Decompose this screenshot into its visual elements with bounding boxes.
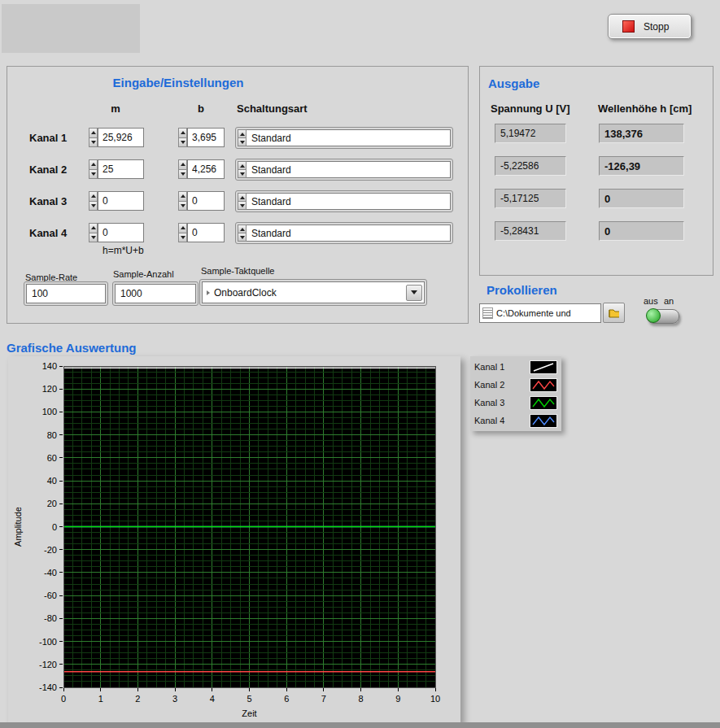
svg-text:120: 120 bbox=[42, 384, 57, 394]
svg-text:-80: -80 bbox=[44, 613, 57, 623]
decrement-button[interactable] bbox=[89, 201, 98, 211]
arrow-down-icon bbox=[240, 204, 245, 207]
svg-text:60: 60 bbox=[47, 453, 57, 463]
decrement-button[interactable] bbox=[238, 201, 247, 210]
decrement-button[interactable] bbox=[89, 137, 98, 148]
increment-button[interactable] bbox=[178, 128, 187, 137]
legend-line-sample[interactable] bbox=[530, 396, 557, 410]
arrow-down-icon bbox=[240, 172, 245, 176]
input-panel-title: Eingabe/Einstellungen bbox=[7, 76, 349, 89]
sample-clock-label: Sample-Taktquelle bbox=[201, 266, 275, 276]
legend-item-kanal-1[interactable]: Kanal 1 bbox=[470, 358, 561, 376]
increment-button[interactable] bbox=[178, 159, 187, 169]
arrow-down-icon bbox=[181, 236, 185, 239]
legend-item-kanal-4[interactable]: Kanal 4 bbox=[470, 412, 561, 429]
decrement-button[interactable] bbox=[178, 137, 187, 148]
dropdown-button[interactable] bbox=[406, 285, 422, 301]
sample-clock-value[interactable]: OnboardClock bbox=[214, 287, 406, 299]
channel-row-4: Kanal 4 0 0 Standard bbox=[7, 222, 468, 244]
arrow-up-icon bbox=[181, 163, 185, 166]
m-value-field[interactable]: 25,926 bbox=[98, 128, 144, 147]
legend-item-kanal-3[interactable]: Kanal 3 bbox=[470, 394, 561, 412]
m-value-field[interactable]: 0 bbox=[98, 223, 144, 242]
arrow-down-icon bbox=[181, 204, 185, 207]
decrement-button[interactable] bbox=[89, 169, 98, 180]
decrement-button[interactable] bbox=[178, 233, 187, 243]
spinner bbox=[178, 128, 187, 147]
channel-row-1: Kanal 1 25,926 3,695 bbox=[7, 127, 468, 149]
svg-text:10: 10 bbox=[430, 694, 440, 704]
path-icon bbox=[482, 307, 493, 319]
b-value-field[interactable]: 3,695 bbox=[187, 128, 225, 147]
increment-button[interactable] bbox=[178, 223, 187, 233]
increment-button[interactable] bbox=[89, 159, 98, 169]
column-header-b: b bbox=[177, 102, 225, 115]
browse-button[interactable] bbox=[603, 303, 625, 323]
waveheight-indicator-4: 0 bbox=[599, 221, 684, 241]
arrow-up-icon bbox=[181, 131, 185, 134]
voltage-indicator-3: -5,17125 bbox=[495, 189, 566, 208]
formula-text: h=m*U+b bbox=[103, 245, 144, 256]
svg-text:Zeit: Zeit bbox=[242, 708, 256, 718]
protocol-toggle-switch[interactable] bbox=[647, 309, 679, 324]
m-numeric-control: 25 bbox=[89, 159, 144, 179]
decrement-button[interactable] bbox=[238, 137, 247, 146]
file-path-value[interactable]: C:\Dokumente und bbox=[496, 308, 571, 318]
increment-button[interactable] bbox=[238, 225, 247, 233]
legend-item-kanal-2[interactable]: Kanal 2 bbox=[470, 376, 561, 394]
decrement-button[interactable] bbox=[178, 201, 187, 211]
increment-button[interactable] bbox=[178, 191, 187, 201]
b-value-field[interactable]: 0 bbox=[187, 191, 225, 211]
m-value-field[interactable]: 0 bbox=[98, 191, 144, 211]
arrow-down-icon bbox=[181, 141, 185, 144]
sample-clock-control[interactable]: OnboardClock bbox=[199, 279, 427, 306]
window-bottom-edge bbox=[0, 722, 720, 728]
schaltungsart-value[interactable]: Standard bbox=[247, 193, 451, 210]
svg-text:-120: -120 bbox=[39, 660, 57, 669]
decrement-button[interactable] bbox=[178, 169, 187, 180]
channel-row-2: Kanal 2 25 4,256 Stan bbox=[7, 159, 468, 181]
sample-count-field[interactable]: 1000 bbox=[115, 284, 196, 303]
voltage-indicator-1: 5,19472 bbox=[495, 124, 566, 143]
waveheight-indicator-2: -126,39 bbox=[599, 156, 684, 176]
arrow-down-icon bbox=[91, 236, 96, 239]
legend-line-sample[interactable] bbox=[530, 360, 557, 374]
m-numeric-control: 0 bbox=[89, 223, 144, 242]
channel-label: Kanal 4 bbox=[29, 227, 67, 239]
svg-text:5: 5 bbox=[247, 694, 251, 704]
logo-placeholder bbox=[2, 4, 140, 53]
increment-button[interactable] bbox=[238, 193, 247, 201]
decrement-button[interactable] bbox=[238, 169, 247, 178]
legend-line-sample[interactable] bbox=[530, 414, 557, 428]
sample-rate-field[interactable]: 100 bbox=[26, 284, 106, 303]
increment-button[interactable] bbox=[238, 129, 247, 137]
arrow-down-icon bbox=[240, 236, 245, 239]
chart-section-title: Grafische Auswertung bbox=[7, 341, 136, 355]
b-value-field[interactable]: 4,256 bbox=[187, 159, 225, 179]
stop-button[interactable]: Stopp bbox=[608, 14, 692, 39]
waveform-chart-area: 140120100806040200-20-40-60-80-100-120-1… bbox=[8, 356, 460, 724]
schaltungsart-value[interactable]: Standard bbox=[247, 161, 451, 178]
m-value-field[interactable]: 25 bbox=[98, 159, 144, 179]
arrow-up-icon bbox=[240, 133, 245, 136]
toggle-label-on: an bbox=[664, 296, 674, 306]
increment-button[interactable] bbox=[89, 223, 98, 233]
legend-label: Kanal 4 bbox=[474, 416, 504, 425]
file-path-control[interactable]: C:\Dokumente und bbox=[479, 303, 601, 323]
decrement-button[interactable] bbox=[89, 233, 98, 243]
toggle-knob[interactable] bbox=[646, 308, 661, 323]
decrement-button[interactable] bbox=[238, 233, 247, 242]
increment-button[interactable] bbox=[89, 128, 98, 137]
column-header-m: m bbox=[87, 102, 144, 115]
spinner bbox=[238, 161, 247, 178]
increment-button[interactable] bbox=[89, 191, 98, 201]
schaltungsart-value[interactable]: Standard bbox=[247, 129, 451, 146]
b-value-field[interactable]: 0 bbox=[187, 223, 225, 242]
increment-button[interactable] bbox=[238, 161, 247, 169]
svg-text:6: 6 bbox=[284, 694, 289, 704]
legend-line-sample[interactable] bbox=[530, 378, 557, 392]
spinner bbox=[178, 159, 187, 179]
svg-text:0: 0 bbox=[61, 694, 66, 704]
schaltungsart-value[interactable]: Standard bbox=[247, 225, 451, 242]
sample-rate-control: 100 bbox=[24, 281, 108, 306]
